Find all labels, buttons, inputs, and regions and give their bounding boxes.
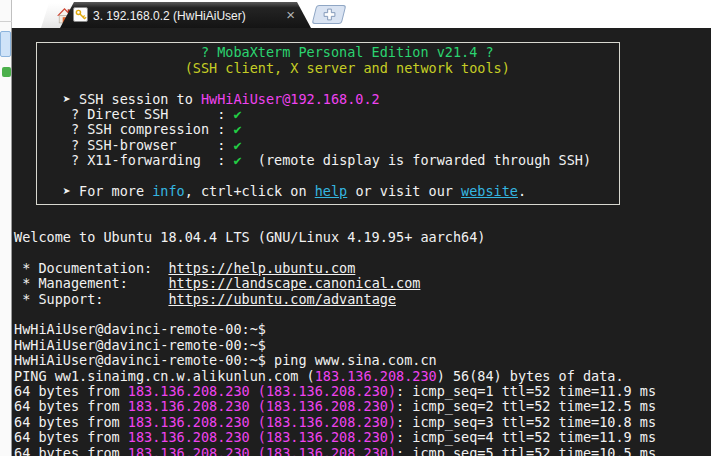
terminal-text: * Support: bbox=[14, 291, 168, 307]
terminal-text: 183.136.208.230 (183.136.208.230) bbox=[128, 383, 396, 399]
terminal-text: or visit our bbox=[347, 183, 461, 199]
sidebar-strip bbox=[0, 28, 12, 456]
terminal-line: * Documentation: https://help.ubuntu.com bbox=[14, 261, 711, 276]
terminal-text: : icmp_seq=2 ttl=52 time=12.5 ms bbox=[396, 398, 656, 414]
terminal-link[interactable]: https://ubuntu.com/advantage bbox=[168, 291, 396, 307]
terminal-text: ➤ For more bbox=[14, 183, 152, 199]
terminal-text: * Documentation: bbox=[14, 260, 168, 276]
terminal-line: 64 bytes from 183.136.208.230 (183.136.2… bbox=[14, 399, 711, 414]
new-tab-button[interactable] bbox=[312, 5, 347, 24]
terminal-text: : icmp_seq=3 ttl=52 time=10.8 ms bbox=[396, 414, 656, 430]
terminal-line: ? SSH-browser : ✔ bbox=[14, 138, 711, 153]
terminal-text: : icmp_seq=4 ttl=52 time=11.9 ms bbox=[396, 429, 656, 445]
terminal-line bbox=[14, 76, 711, 91]
terminal-text: 183.136.208.230 (183.136.208.230) bbox=[128, 398, 396, 414]
terminal-text: ) 56(84) bytes of data. bbox=[437, 368, 624, 384]
terminal-text: 64 bytes from bbox=[14, 414, 128, 430]
terminal-line bbox=[14, 169, 711, 184]
terminal-text: ✔ bbox=[233, 121, 241, 137]
terminal-text: ? Direct SSH : bbox=[14, 106, 233, 122]
terminal-line: ? X11-forwarding : ✔ (remote display is … bbox=[14, 153, 711, 168]
terminal-text: HwHiAiUser@davinci-remote-00:~$ bbox=[14, 321, 266, 337]
terminal-line: ➤ SSH session to HwHiAiUser@192.168.0.2 bbox=[14, 92, 711, 107]
terminal-line: 64 bytes from 183.136.208.230 (183.136.2… bbox=[14, 415, 711, 430]
sidebar-tool-item[interactable] bbox=[2, 67, 11, 77]
terminal-text: 183.136.208.230 (183.136.208.230) bbox=[128, 414, 396, 430]
terminal-line bbox=[14, 307, 711, 322]
terminal-text: : icmp_seq=5 ttl=52 time=10.5 ms bbox=[396, 445, 656, 456]
terminal-text: PING ww1.sinaimg.cn.w.alikunlun.com ( bbox=[14, 368, 315, 384]
terminal-line bbox=[14, 215, 711, 230]
tab-session[interactable]: 3. 192.168.0.2 (HwHiAiUser) × bbox=[60, 2, 311, 28]
tab-bar: 3. 192.168.0.2 (HwHiAiUser) × bbox=[0, 0, 711, 28]
terminal-text: , ctrl+click on bbox=[185, 183, 315, 199]
terminal-line: ? MobaXterm Personal Edition v21.4 ? bbox=[14, 45, 711, 60]
terminal-text: ? X11-forwarding : bbox=[14, 152, 233, 168]
terminal-text: ? SSH compression : bbox=[14, 121, 233, 137]
terminal-text: 64 bytes from bbox=[14, 429, 128, 445]
key-icon bbox=[73, 7, 88, 22]
terminal-text: * Management: bbox=[14, 275, 168, 291]
terminal-line: * Support: https://ubuntu.com/advantage bbox=[14, 292, 711, 307]
terminal-text: 64 bytes from bbox=[14, 445, 128, 456]
terminal-line: HwHiAiUser@davinci-remote-00:~$ bbox=[14, 338, 711, 353]
sidebar-corner bbox=[0, 0, 12, 28]
terminal-text: ➤ SSH session to bbox=[14, 91, 201, 107]
terminal-line: * Management: https://landscape.canonica… bbox=[14, 276, 711, 291]
terminal-text: HwHiAiUser@davinci-remote-00:~$ ping www… bbox=[14, 352, 437, 368]
terminal-text: ✔ bbox=[233, 152, 241, 168]
terminal-line: HwHiAiUser@davinci-remote-00:~$ ping www… bbox=[14, 353, 711, 368]
terminal-text: ✔ bbox=[233, 106, 241, 122]
terminal-text: Welcome to Ubuntu 18.04.4 LTS (GNU/Linux… bbox=[14, 229, 485, 245]
terminal-line: Welcome to Ubuntu 18.04.4 LTS (GNU/Linux… bbox=[14, 230, 711, 245]
terminal-text: 64 bytes from bbox=[14, 398, 128, 414]
terminal-text: info bbox=[152, 183, 185, 199]
terminal-line: 64 bytes from 183.136.208.230 (183.136.2… bbox=[14, 430, 711, 445]
terminal-line bbox=[14, 30, 711, 45]
terminal[interactable]: ? MobaXterm Personal Edition v21.4 ? (SS… bbox=[12, 28, 711, 456]
terminal-text: 64 bytes from bbox=[14, 383, 128, 399]
terminal-text: : icmp_seq=1 ttl=52 time=11.9 ms bbox=[396, 383, 656, 399]
terminal-text: ? MobaXterm Personal Edition v21.4 ? bbox=[14, 44, 494, 60]
terminal-line: (SSH client, X server and network tools) bbox=[14, 61, 711, 76]
terminal-line bbox=[14, 199, 711, 214]
terminal-text: (remote display is forwarded through SSH… bbox=[242, 152, 592, 168]
terminal-line: 64 bytes from 183.136.208.230 (183.136.2… bbox=[14, 446, 711, 456]
terminal-link[interactable]: https://help.ubuntu.com bbox=[168, 260, 355, 276]
tab-session-label: 3. 192.168.0.2 (HwHiAiUser) bbox=[93, 9, 246, 23]
terminal-text: 183.136.208.230 bbox=[315, 368, 437, 384]
terminal-text: (SSH client, X server and network tools) bbox=[14, 60, 510, 76]
terminal-line bbox=[14, 245, 711, 260]
terminal-line: ➤ For more info, ctrl+click on help or v… bbox=[14, 184, 711, 199]
terminal-text: 183.136.208.230 (183.136.208.230) bbox=[128, 429, 396, 445]
terminal-line: 64 bytes from 183.136.208.230 (183.136.2… bbox=[14, 384, 711, 399]
terminal-line: PING ww1.sinaimg.cn.w.alikunlun.com (183… bbox=[14, 369, 711, 384]
terminal-line: HwHiAiUser@davinci-remote-00:~$ bbox=[14, 322, 711, 337]
terminal-text: ✔ bbox=[233, 137, 241, 153]
terminal-text: ? SSH-browser : bbox=[14, 137, 233, 153]
terminal-text: HwHiAiUser@192.168.0.2 bbox=[201, 91, 380, 107]
terminal-text: . bbox=[518, 183, 526, 199]
terminal-text: HwHiAiUser@davinci-remote-00:~$ bbox=[14, 337, 266, 353]
terminal-link[interactable]: https://landscape.canonical.com bbox=[168, 275, 420, 291]
plus-icon bbox=[323, 8, 336, 21]
terminal-link[interactable]: help bbox=[315, 183, 348, 199]
close-icon[interactable]: × bbox=[286, 6, 295, 24]
terminal-line: ? SSH compression : ✔ bbox=[14, 122, 711, 137]
terminal-link[interactable]: website bbox=[461, 183, 518, 199]
sidebar-session-item[interactable] bbox=[0, 31, 11, 57]
terminal-body: ? MobaXterm Personal Edition v21.4 ? (SS… bbox=[14, 30, 711, 456]
terminal-line: ? Direct SSH : ✔ bbox=[14, 107, 711, 122]
terminal-text: 183.136.208.230 (183.136.208.230) bbox=[128, 445, 396, 456]
